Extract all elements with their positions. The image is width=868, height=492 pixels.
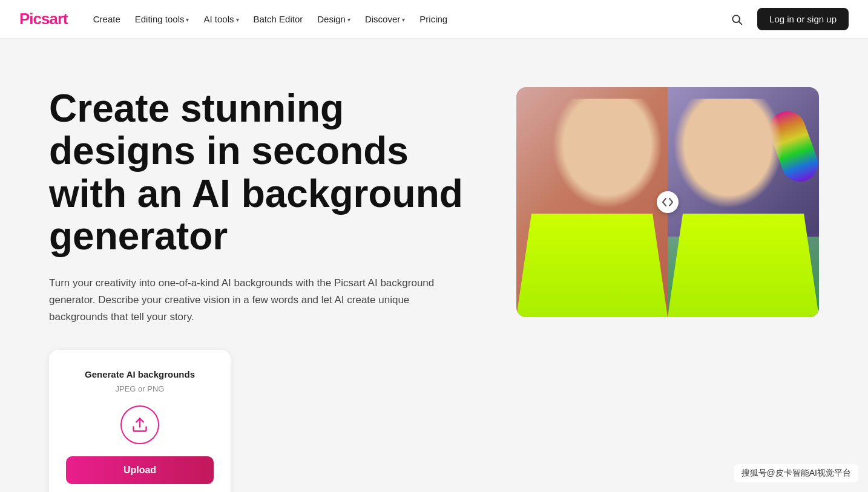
design-label: Design (317, 14, 346, 24)
upload-icon[interactable] (120, 405, 159, 444)
chevron-down-icon: ▾ (402, 16, 405, 23)
card-title: Generate AI backgrounds (66, 369, 214, 379)
chevron-down-icon: ▾ (186, 16, 189, 23)
image-original-half (516, 87, 668, 317)
upload-icon-area (66, 405, 214, 444)
image-ai-half (668, 87, 819, 317)
editing-tools-label: Editing tools (135, 14, 185, 24)
nav-item-ai-tools[interactable]: AI tools ▾ (197, 10, 245, 28)
hero-description: Turn your creativity into one-of-a-kind … (49, 275, 461, 326)
logo[interactable]: Picsart (19, 10, 68, 28)
upload-button[interactable]: Upload (66, 456, 214, 484)
nav-item-design[interactable]: Design ▾ (311, 10, 357, 28)
hero-left: Create stunning designs in seconds with … (49, 87, 468, 492)
jacket-overlay-right (668, 214, 819, 317)
chevron-down-icon: ▾ (347, 16, 350, 23)
card-subtitle: JPEG or PNG (66, 384, 214, 393)
pricing-label: Pricing (419, 14, 447, 24)
search-button[interactable] (726, 8, 748, 30)
chevron-down-icon: ▾ (236, 16, 239, 23)
jacket-overlay (516, 214, 668, 317)
nav-right: Log in or sign up (726, 8, 849, 30)
upload-card: Generate AI backgrounds JPEG or PNG Uplo… (49, 350, 231, 492)
create-label: Create (93, 14, 120, 24)
hero-right (516, 87, 819, 317)
nav-item-discover[interactable]: Discover ▾ (359, 10, 411, 28)
nav-item-batch-editor[interactable]: Batch Editor (248, 10, 309, 28)
face-overlay (547, 99, 668, 214)
nav-item-pricing[interactable]: Pricing (413, 10, 453, 28)
face-overlay-right (668, 99, 789, 214)
image-divider-handle[interactable] (657, 191, 679, 213)
split-image (516, 87, 819, 317)
main-content: Create stunning designs in seconds with … (10, 39, 858, 492)
hero-title: Create stunning designs in seconds with … (49, 87, 468, 258)
discover-label: Discover (365, 14, 400, 24)
ai-tools-label: AI tools (203, 14, 234, 24)
svg-line-1 (739, 21, 742, 24)
nav-links: Create Editing tools ▾ AI tools ▾ Batch … (87, 10, 706, 28)
navigation: Picsart Create Editing tools ▾ AI tools … (0, 0, 868, 39)
nav-item-create[interactable]: Create (87, 10, 127, 28)
nav-item-editing-tools[interactable]: Editing tools ▾ (129, 10, 196, 28)
batch-editor-label: Batch Editor (254, 14, 303, 24)
login-button[interactable]: Log in or sign up (757, 8, 849, 30)
